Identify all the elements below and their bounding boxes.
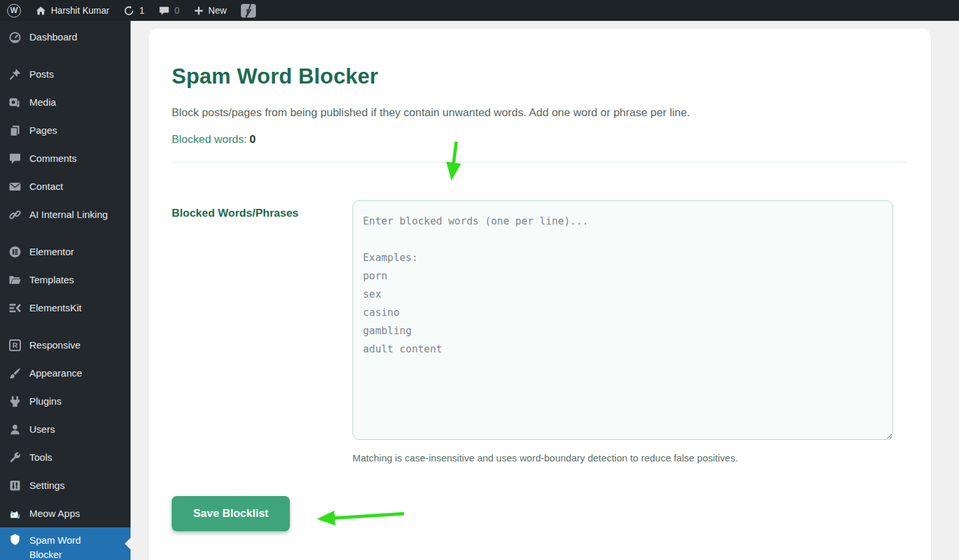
sidebar-item-settings[interactable]: Settings bbox=[0, 471, 131, 499]
sidebar-item-label: Media bbox=[29, 97, 56, 108]
sidebar-item-label: Responsive bbox=[29, 339, 80, 350]
yoast-icon: y bbox=[241, 4, 256, 18]
blocklist-textarea[interactable] bbox=[353, 200, 893, 440]
settings-card: Spam Word Blocker Block posts/pages from… bbox=[149, 29, 931, 560]
sidebar-item-plugins[interactable]: Plugins bbox=[0, 387, 131, 415]
section-divider bbox=[172, 162, 906, 163]
comment-icon bbox=[8, 152, 22, 165]
sidebar-separator bbox=[0, 228, 131, 238]
yoast-menu[interactable]: y bbox=[234, 0, 263, 21]
blocklist-field-column: Matching is case-insensitive and uses wo… bbox=[353, 200, 893, 463]
sidebar-item-label: Dashboard bbox=[29, 31, 77, 42]
folder-icon bbox=[8, 273, 22, 287]
blocked-words-count: 0 bbox=[249, 133, 255, 146]
dashboard-icon bbox=[8, 31, 22, 44]
wrench-icon bbox=[8, 451, 22, 464]
main-content-area: Spam Word Blocker Block posts/pages from… bbox=[131, 21, 959, 560]
admin-top-bar: W Harshit Kumar 1 0 New y bbox=[0, 0, 959, 21]
updates-menu[interactable]: 1 bbox=[116, 0, 151, 21]
sidebar-item-label: ElementsKit bbox=[29, 302, 82, 313]
sidebar-item-label: Spam Word Blocker bbox=[29, 533, 108, 560]
envelope-icon bbox=[8, 180, 22, 193]
site-name-link[interactable]: Harshit Kumar bbox=[28, 0, 116, 21]
sidebar-item-meow-apps[interactable]: Meow Apps bbox=[0, 499, 131, 527]
blocked-words-counter-label: Blocked words: bbox=[172, 133, 247, 146]
plug-icon bbox=[8, 395, 22, 408]
sidebar-item-label: Pages bbox=[29, 125, 57, 136]
sidebar-separator bbox=[0, 322, 131, 331]
sidebar-item-users[interactable]: Users bbox=[0, 415, 131, 443]
save-blocklist-button[interactable]: Save Blocklist bbox=[172, 496, 290, 531]
sidebar-item-elementor[interactable]: Elementor bbox=[0, 238, 131, 266]
sidebar-item-label: Tools bbox=[29, 452, 52, 463]
svg-text:R: R bbox=[12, 341, 18, 349]
cat-icon bbox=[8, 507, 22, 520]
sidebar-item-label: Posts bbox=[29, 69, 54, 80]
sidebar-separator bbox=[0, 51, 131, 60]
sidebar-item-pages[interactable]: Pages bbox=[0, 116, 131, 144]
pushpin-icon bbox=[8, 68, 22, 81]
link-icon bbox=[8, 208, 22, 221]
sidebar-item-comments[interactable]: Comments bbox=[0, 144, 131, 172]
blocklist-form-row: Blocked Words/Phrases Matching is case-i… bbox=[172, 200, 906, 463]
sidebar-item-label: Contact bbox=[29, 181, 63, 192]
sidebar-item-label: Settings bbox=[29, 480, 65, 491]
sidebar-item-contact[interactable]: Contact bbox=[0, 172, 131, 200]
sidebar-item-label: Plugins bbox=[29, 396, 61, 407]
sidebar-item-label: Elementor bbox=[29, 246, 74, 257]
responsive-icon: R bbox=[8, 339, 22, 352]
admin-sidebar: Dashboard Posts Media Pages Comments bbox=[0, 21, 131, 560]
blocklist-field-label: Blocked Words/Phrases bbox=[172, 200, 353, 463]
sidebar-item-media[interactable]: Media bbox=[0, 88, 131, 116]
sliders-icon bbox=[8, 479, 22, 492]
comments-count: 0 bbox=[174, 5, 180, 16]
sidebar-item-responsive[interactable]: R Responsive bbox=[0, 331, 131, 359]
sidebar-item-label: Appearance bbox=[29, 367, 82, 379]
sidebar-item-label: Users bbox=[29, 424, 55, 435]
elementskit-icon bbox=[8, 302, 22, 315]
blocked-words-counter: Blocked words:0 bbox=[172, 133, 906, 146]
page-description: Block posts/pages from being published i… bbox=[172, 106, 906, 119]
home-icon bbox=[35, 5, 46, 16]
updates-count: 1 bbox=[139, 5, 144, 16]
sidebar-item-ai-internal-linking[interactable]: AI Internal Linking bbox=[0, 200, 131, 228]
sidebar-item-appearance[interactable]: Appearance bbox=[0, 359, 131, 387]
sidebar-item-elementskit[interactable]: ElementsKit bbox=[0, 294, 131, 322]
sidebar-item-label: Templates bbox=[29, 274, 74, 285]
sidebar-item-posts[interactable]: Posts bbox=[0, 60, 131, 88]
site-name-label: Harshit Kumar bbox=[51, 5, 109, 16]
media-icon bbox=[8, 96, 22, 109]
new-content-menu[interactable]: New bbox=[187, 0, 234, 21]
wordpress-logo-icon: W bbox=[7, 4, 21, 18]
comment-bubble-icon bbox=[159, 5, 170, 16]
elementor-icon bbox=[8, 245, 22, 258]
page-title: Spam Word Blocker bbox=[172, 64, 906, 89]
sidebar-item-templates[interactable]: Templates bbox=[0, 266, 131, 294]
sidebar-item-dashboard[interactable]: Dashboard bbox=[0, 23, 131, 51]
update-icon bbox=[123, 5, 134, 16]
sidebar-item-spam-word-blocker[interactable]: Spam Word Blocker bbox=[0, 527, 131, 560]
plus-icon bbox=[194, 6, 204, 16]
wordpress-logo-menu[interactable]: W bbox=[0, 0, 28, 21]
sidebar-item-label: AI Internal Linking bbox=[29, 209, 108, 220]
sidebar-item-label: Comments bbox=[29, 153, 77, 164]
pages-icon bbox=[8, 124, 22, 137]
new-label: New bbox=[208, 5, 227, 16]
brush-icon bbox=[8, 367, 22, 380]
comments-menu[interactable]: 0 bbox=[151, 0, 187, 21]
shield-icon bbox=[8, 533, 22, 546]
user-icon bbox=[8, 423, 22, 436]
sidebar-item-tools[interactable]: Tools bbox=[0, 443, 131, 471]
matching-helper-text: Matching is case-insensitive and uses wo… bbox=[353, 452, 893, 463]
sidebar-item-label: Meow Apps bbox=[29, 508, 80, 519]
